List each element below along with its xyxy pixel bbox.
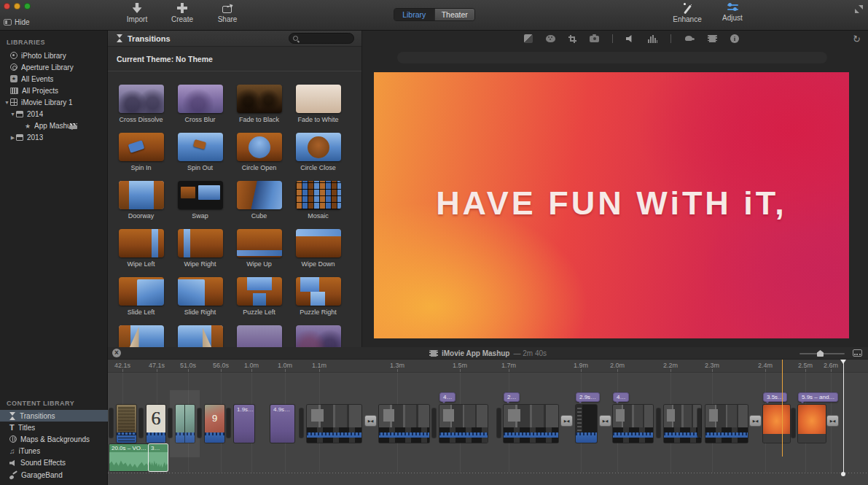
transition-item[interactable]: Cross Blur: [171, 85, 230, 123]
playhead[interactable]: [843, 360, 844, 475]
color-correction-icon[interactable]: [546, 35, 555, 42]
transition-bar[interactable]: [497, 408, 501, 438]
transition-item[interactable]: Wipe Down: [289, 229, 348, 268]
transition-thumbnail[interactable]: [237, 277, 282, 306]
zoom-window-button[interactable]: [24, 3, 31, 9]
stabilization-icon[interactable]: [590, 36, 599, 42]
timeline-zoom-slider[interactable]: [799, 353, 845, 354]
color-balance-icon[interactable]: [524, 34, 533, 43]
sidebar-item-2014[interactable]: ▼2014: [0, 109, 108, 120]
preview-canvas[interactable]: HAVE FUN WiTH iT,: [374, 72, 849, 338]
undo-icon[interactable]: ↺: [852, 34, 861, 44]
transition-thumbnail[interactable]: [237, 181, 282, 209]
transition-item[interactable]: Puzzle Left: [230, 277, 289, 316]
transition-item[interactable]: Puzzle Right: [289, 277, 348, 316]
transition-item[interactable]: [289, 325, 348, 347]
timeline-clip[interactable]: [664, 405, 701, 443]
transition-thumbnail[interactable]: [119, 229, 164, 257]
sidebar-item-titles[interactable]: TTitles: [0, 422, 108, 433]
crop-icon[interactable]: [568, 35, 576, 43]
transition-thumbnail[interactable]: [178, 133, 223, 161]
transition-thumbnail[interactable]: [178, 229, 223, 257]
transition-thumbnail[interactable]: [178, 85, 223, 113]
transition-item[interactable]: Cross Dissolve: [112, 85, 171, 123]
sidebar-item-2013[interactable]: ▶2013: [0, 132, 108, 144]
clip-filter-icon[interactable]: [708, 35, 717, 42]
transition-thumbnail[interactable]: [119, 181, 164, 209]
sidebar-item-itunes[interactable]: ♫iTunes: [0, 446, 108, 457]
transition-bowtie-icon[interactable]: ▶◀: [826, 415, 839, 427]
hide-sidebar-button[interactable]: Hide: [4, 18, 30, 26]
transition-item[interactable]: Spin Out: [171, 133, 230, 171]
transition-item[interactable]: Fade to Black: [230, 85, 289, 123]
transition-item[interactable]: Doorway: [112, 181, 171, 220]
timeline-clip[interactable]: 2…: [504, 405, 558, 443]
transition-item[interactable]: Wipe Right: [171, 229, 230, 268]
enhance-button[interactable]: Enhance: [671, 3, 703, 23]
transition-item[interactable]: Wipe Left: [112, 229, 171, 268]
tab-theater[interactable]: Theater: [434, 9, 475, 20]
transition-bowtie-icon[interactable]: ▶◀: [749, 415, 762, 427]
sidebar-item-app-mashup[interactable]: ★App Mashup: [0, 120, 108, 132]
sidebar-item-all-projects[interactable]: All Projects: [0, 85, 108, 96]
sidebar-item-maps-backgrounds[interactable]: Maps & Backgrounds: [0, 433, 108, 445]
timeline-clip[interactable]: [379, 405, 429, 443]
transition-item[interactable]: Fade to White: [289, 85, 348, 123]
speed-icon[interactable]: [684, 36, 695, 42]
tab-library[interactable]: Library: [394, 9, 434, 20]
timeline-clip[interactable]: 4.9s…: [270, 405, 294, 443]
transition-bar[interactable]: [697, 408, 701, 438]
sidebar-item-garageband[interactable]: GarageBand: [0, 469, 108, 481]
transition-thumbnail[interactable]: [296, 325, 341, 347]
viewer-scrubber-bar[interactable]: [397, 52, 827, 63]
info-icon[interactable]: i: [730, 34, 739, 43]
minimize-window-button[interactable]: [14, 3, 20, 9]
transition-item[interactable]: Slide Right: [171, 277, 230, 316]
transition-item[interactable]: Swap: [171, 181, 230, 220]
transition-item[interactable]: Cube: [230, 181, 289, 220]
transition-bar[interactable]: [791, 408, 795, 438]
create-button[interactable]: Create: [166, 3, 198, 23]
transition-thumbnail[interactable]: [119, 133, 164, 161]
adjust-button[interactable]: Adjust: [716, 3, 748, 23]
transition-bar[interactable]: [657, 408, 660, 438]
transition-thumbnail[interactable]: [296, 277, 341, 306]
timeline-clip[interactable]: [176, 405, 195, 443]
transition-bar[interactable]: [227, 408, 230, 438]
sidebar-item-transitions[interactable]: Transitions: [0, 410, 108, 422]
close-window-button[interactable]: [4, 3, 10, 9]
import-button[interactable]: Import: [121, 3, 153, 23]
share-button[interactable]: Share: [211, 3, 243, 23]
transition-bar[interactable]: [432, 408, 436, 438]
sidebar-item-iphoto-library[interactable]: iPhoto Library: [0, 50, 108, 61]
transition-item[interactable]: Wipe Up: [230, 229, 289, 268]
disclosure-triangle-icon[interactable]: ▼: [4, 100, 10, 105]
transition-bar[interactable]: [139, 408, 143, 438]
timeline-clip[interactable]: 4…: [613, 405, 653, 443]
sidebar-item-all-events[interactable]: ★All Events: [0, 73, 108, 85]
transition-thumbnail[interactable]: [178, 325, 223, 347]
transition-thumbnail[interactable]: [178, 277, 223, 306]
transition-thumbnail[interactable]: [119, 85, 164, 113]
transition-item[interactable]: Mosaic: [289, 181, 348, 220]
timeline-clip[interactable]: [307, 405, 361, 443]
sidebar-item-sound-effects[interactable]: Sound Effects: [0, 457, 108, 469]
transition-thumbnail[interactable]: [119, 325, 164, 347]
transition-bar[interactable]: [109, 408, 113, 438]
disclosure-triangle-icon[interactable]: ▼: [9, 112, 16, 117]
transition-thumbnail[interactable]: [237, 325, 282, 347]
transition-item[interactable]: Spin In: [112, 133, 171, 171]
audio-clip[interactable]: 20.0s – VO…: [109, 444, 148, 471]
transition-thumbnail[interactable]: [237, 85, 282, 113]
transition-thumbnail[interactable]: [296, 133, 341, 161]
volume-icon[interactable]: [626, 35, 635, 43]
sidebar-item-imovie-library-1[interactable]: ▼iMovie Library 1: [0, 96, 108, 108]
transition-thumbnail[interactable]: [178, 181, 223, 209]
transition-bowtie-icon[interactable]: ▶◀: [599, 415, 611, 427]
timeline-clip[interactable]: 1.9s…: [234, 405, 254, 443]
transition-item[interactable]: [230, 325, 289, 347]
timeline-clip[interactable]: [205, 405, 224, 443]
timeline-clip[interactable]: 4…: [439, 405, 488, 443]
timeline-clip[interactable]: [705, 405, 748, 443]
transition-thumbnail[interactable]: [296, 229, 341, 257]
